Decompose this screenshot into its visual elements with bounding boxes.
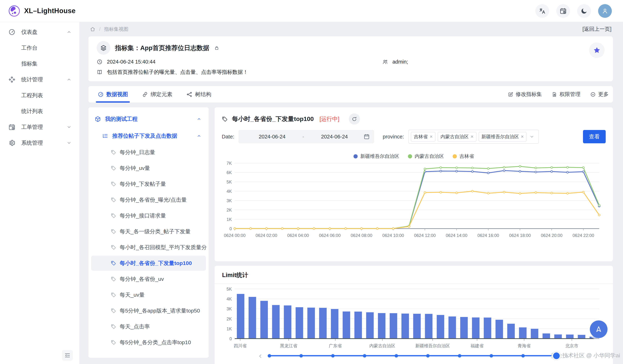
svg-text:6K: 6K bbox=[227, 170, 232, 175]
tree-item-9[interactable]: 每天_uv量 bbox=[88, 287, 209, 303]
tag-icon bbox=[111, 324, 116, 329]
svg-text:青海省: 青海省 bbox=[517, 343, 531, 348]
slider-dot[interactable] bbox=[490, 354, 493, 358]
legend-item[interactable]: 吉林省 bbox=[453, 153, 474, 160]
date-range-input[interactable]: 2024-06-24 - 2024-06-24 bbox=[239, 130, 374, 143]
calendar-clock-icon[interactable] bbox=[556, 4, 570, 18]
user-avatar-icon[interactable] bbox=[598, 4, 612, 18]
tree-item-4[interactable]: 每分钟_接口请求量 bbox=[88, 208, 209, 223]
legend-item[interactable]: 新疆维吾尔自治区 bbox=[354, 153, 399, 160]
svg-text:3K: 3K bbox=[227, 198, 232, 203]
svg-text:4K: 4K bbox=[227, 189, 232, 194]
tree-item-11[interactable]: 每天_点击率 bbox=[88, 319, 209, 334]
tree-item-label: 每分钟_下发帖子量 bbox=[120, 180, 166, 188]
app-title: XL–LightHouse bbox=[24, 7, 76, 15]
tag-icon bbox=[111, 245, 116, 250]
sidebar-item-stat-mgmt[interactable]: 统计管理 bbox=[0, 72, 79, 87]
tree-item-3[interactable]: 每分钟_各省份_曝光/点击量 bbox=[88, 192, 209, 208]
chart-legend: 新疆维吾尔自治区内蒙古自治区吉林省 bbox=[222, 153, 606, 160]
svg-text:0624 14:00: 0624 14:00 bbox=[446, 233, 467, 238]
calendar-icon[interactable] bbox=[364, 134, 370, 140]
slider-dot[interactable] bbox=[521, 354, 525, 358]
tree-item-label: 每分钟_各省份_uv bbox=[120, 275, 164, 283]
slider-dot[interactable] bbox=[331, 354, 334, 358]
chip-label: 吉林省 bbox=[414, 134, 428, 140]
tree-item-10[interactable]: 每5分钟_各app版本_请求量top50 bbox=[88, 303, 209, 319]
slider-dot[interactable] bbox=[426, 354, 430, 358]
edit-metric-set-button[interactable]: 修改指标集 bbox=[508, 91, 542, 98]
date-start-value[interactable]: 2024-06-24 bbox=[243, 134, 301, 140]
tree-item-0[interactable]: 每分钟_日志量 bbox=[88, 144, 209, 160]
tab-bind-elements[interactable]: 绑定元素 bbox=[140, 86, 174, 103]
brand[interactable]: XL–LightHouse bbox=[8, 5, 76, 17]
metric-tree-panel: 我的测试工程推荐位帖子下发及点击数据每分钟_日志量每分钟_uv量每分钟_下发帖子… bbox=[88, 107, 209, 358]
slider-dot[interactable] bbox=[458, 354, 461, 358]
view-button[interactable]: 查看 bbox=[583, 130, 606, 143]
sidebar-collapse-button[interactable] bbox=[62, 350, 73, 361]
sidebar-menu: 仪表盘工作台指标集统计管理工程列表统计列表工单管理系统管理 bbox=[0, 24, 79, 151]
tag-icon bbox=[111, 261, 116, 266]
more-button[interactable]: 更多 bbox=[590, 91, 609, 98]
metric-set-title-row: 指标集：App首页推荐位日志数据 bbox=[97, 41, 605, 55]
description-value: 包括首页推荐位帖子的曝光量、点击量、点击率等指标数据！ bbox=[107, 69, 248, 76]
back-to-top-button[interactable] bbox=[590, 321, 607, 338]
translate-icon[interactable] bbox=[535, 4, 549, 18]
sidebar-item-stat-list[interactable]: 统计列表 bbox=[0, 103, 79, 119]
tree-item-8[interactable]: 每分钟_各省份_uv bbox=[88, 271, 209, 287]
slider-dot[interactable] bbox=[395, 354, 398, 358]
sidebar-item-workbench[interactable]: 工作台 bbox=[0, 40, 79, 56]
chip-close-icon[interactable]: × bbox=[430, 134, 433, 139]
svg-text:0624 22:00: 0624 22:00 bbox=[573, 233, 594, 238]
sidebar-item-project-list[interactable]: 工程列表 bbox=[0, 87, 79, 103]
tree-project[interactable]: 我的测试工程 bbox=[88, 111, 209, 127]
slider-dot[interactable] bbox=[268, 354, 271, 358]
pager-prev-icon[interactable]: ‹ bbox=[259, 352, 262, 360]
app-logo-icon bbox=[8, 5, 20, 17]
chip-close-icon[interactable]: × bbox=[471, 134, 474, 139]
sidebar-item-system-mgmt[interactable]: 系统管理 bbox=[0, 135, 79, 151]
clock-icon bbox=[97, 59, 103, 65]
back-link[interactable]: [返回上一页] bbox=[582, 26, 611, 33]
moon-icon[interactable] bbox=[577, 4, 591, 18]
legend-item[interactable]: 内蒙古自治区 bbox=[408, 153, 444, 160]
tag-icon bbox=[111, 292, 116, 298]
province-chip[interactable]: 吉林省× bbox=[411, 132, 436, 142]
sidebar-item-ticket-mgmt[interactable]: 工单管理 bbox=[0, 119, 79, 135]
province-chip[interactable]: 内蒙古自治区× bbox=[438, 132, 476, 142]
chip-close-icon[interactable]: × bbox=[521, 134, 524, 139]
pager-next-icon[interactable]: › bbox=[565, 352, 569, 360]
tree-item-1[interactable]: 每分钟_uv量 bbox=[88, 160, 209, 176]
line-chart-card: 每小时_各省份_下发量top100 [运行中] Date: 2024-06-24… bbox=[215, 107, 613, 261]
tag-icon bbox=[111, 197, 116, 202]
slider-dot[interactable] bbox=[299, 354, 303, 358]
chevron-down-icon[interactable] bbox=[529, 134, 534, 139]
tree-item-6[interactable]: 每小时_各召回模型_平均下发质量分 bbox=[88, 240, 209, 255]
slider-dot-active[interactable] bbox=[553, 352, 560, 359]
tag-icon bbox=[111, 181, 116, 187]
tabs-bar: 数据视图绑定元素树结构 修改指标集权限管理更多 bbox=[88, 86, 613, 103]
chart-pager: ‹ › bbox=[215, 352, 613, 360]
tab-tree-structure[interactable]: 树结构 bbox=[185, 86, 213, 103]
favorite-star-button[interactable] bbox=[589, 42, 605, 58]
tree-item-7[interactable]: 每小时_各省份_下发量top100 bbox=[88, 255, 209, 271]
province-chip[interactable]: 新疆维吾尔自治区× bbox=[479, 132, 527, 142]
tree-item-label: 每分钟_各省份_曝光/点击量 bbox=[120, 196, 187, 203]
tree-item-12[interactable]: 每5分钟_各分类_点击率top10 bbox=[88, 334, 209, 350]
calendar-clock-icon bbox=[8, 123, 16, 131]
svg-text:2K: 2K bbox=[227, 317, 232, 321]
permission-mgmt-button[interactable]: 权限管理 bbox=[552, 91, 580, 98]
tree-item-2[interactable]: 每分钟_下发帖子量 bbox=[88, 176, 209, 192]
panel-title: 每小时_各省份_下发量top100 bbox=[232, 115, 314, 123]
tree-item-5[interactable]: 每天_各一级分类_帖子下发量 bbox=[88, 223, 209, 240]
created-at-value: 2024-06-24 15:40:44 bbox=[107, 59, 156, 65]
sidebar-item-dashboard[interactable]: 仪表盘 bbox=[0, 24, 79, 40]
sidebar-item-metric-sets[interactable]: 指标集 bbox=[0, 56, 79, 72]
tree-group[interactable]: 推荐位帖子下发及点击数据 bbox=[88, 127, 209, 144]
date-end-value[interactable]: 2024-06-24 bbox=[305, 134, 364, 140]
date-separator: - bbox=[301, 134, 305, 140]
home-icon[interactable] bbox=[90, 26, 95, 32]
province-select[interactable]: 吉林省×内蒙古自治区×新疆维吾尔自治区× bbox=[408, 130, 539, 144]
slider-dot[interactable] bbox=[363, 354, 366, 358]
tab-data-view[interactable]: 数据视图 bbox=[96, 86, 130, 103]
refresh-button[interactable] bbox=[349, 113, 360, 124]
